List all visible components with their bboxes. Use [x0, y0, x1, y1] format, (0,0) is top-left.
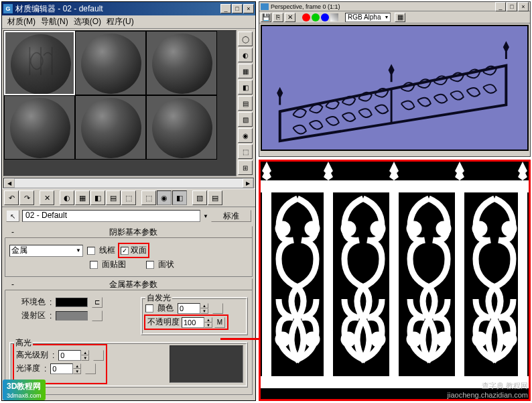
make-unique-icon[interactable]: ▤: [106, 190, 121, 205]
spinner-down[interactable]: ▼: [81, 355, 89, 361]
sample-slot-6[interactable]: [146, 95, 217, 160]
put-library-icon[interactable]: ⬚: [121, 190, 136, 205]
show-end-icon[interactable]: ◧: [172, 190, 187, 205]
spec-level-map-button[interactable]: [93, 350, 104, 361]
opacity-map-button[interactable]: M: [214, 317, 225, 328]
alpha-channel-icon[interactable]: [330, 13, 338, 21]
selfillum-map-button[interactable]: [212, 303, 223, 314]
diffuse-swatch[interactable]: [56, 311, 88, 321]
red-channel-icon[interactable]: [302, 13, 310, 21]
diffuse-map-button[interactable]: [92, 310, 103, 321]
glossiness-input[interactable]: [50, 363, 73, 374]
material-id-icon[interactable]: ⬚: [141, 190, 156, 205]
reset-icon[interactable]: ▦: [75, 190, 90, 205]
get-material-icon[interactable]: ↶: [4, 190, 19, 205]
sample-slot-4[interactable]: [4, 95, 75, 160]
close-button[interactable]: ×: [243, 4, 254, 13]
fence-render: [262, 26, 527, 150]
viewport-titlebar[interactable]: Perspective, frame 0 (1:1) _ □ ×: [259, 2, 530, 11]
render-viewport[interactable]: [261, 25, 529, 151]
sample-slot-3[interactable]: [146, 31, 217, 95]
selfillum-value-input[interactable]: [178, 303, 200, 314]
metal-rollout-header[interactable]: - 金属基本参数: [5, 278, 253, 290]
vp-minimize-button[interactable]: _: [495, 2, 506, 11]
rollout-title: 阴影基本参数: [17, 227, 249, 238]
backlight-icon[interactable]: ◐: [238, 48, 253, 62]
sample-slot-5[interactable]: [75, 95, 146, 160]
show-map-icon[interactable]: ◉: [157, 190, 172, 205]
maximize-button[interactable]: □: [232, 4, 243, 13]
sample-slot-2[interactable]: [75, 31, 146, 95]
material-type-button[interactable]: 标准: [211, 210, 251, 222]
color-checkbox[interactable]: [145, 304, 153, 312]
save-icon[interactable]: 💾: [261, 13, 271, 22]
assign-icon[interactable]: ◐: [60, 190, 74, 205]
opacity-value-input[interactable]: [182, 317, 204, 328]
green-channel-icon[interactable]: [312, 13, 320, 21]
options-icon[interactable]: ◉: [238, 128, 253, 143]
video-check-icon[interactable]: ▤: [238, 96, 253, 111]
vp-close-button[interactable]: ×: [518, 2, 529, 11]
make-preview-icon[interactable]: ▧: [238, 112, 253, 127]
sample-slot-1[interactable]: [4, 31, 75, 95]
spinner-up[interactable]: ▲: [204, 317, 212, 323]
minimize-button[interactable]: _: [220, 4, 231, 13]
put-to-scene-icon[interactable]: ↷: [19, 190, 34, 205]
color-label: 颜色: [157, 302, 174, 314]
scroll-left-button[interactable]: ◀: [4, 178, 15, 188]
facemap-checkbox[interactable]: [90, 261, 98, 269]
clone-icon[interactable]: ⎘: [273, 13, 283, 22]
diffuse-label: 漫射区: [21, 310, 46, 321]
channel-icon[interactable]: ▦: [395, 13, 405, 22]
vp-maximize-button[interactable]: □: [507, 2, 517, 11]
menu-material[interactable]: 材质(M): [5, 15, 38, 29]
sample-h-scrollbar[interactable]: ◀ ▶: [3, 178, 254, 188]
side-toolbar: ◯ ◐ ▦ ◧ ▤ ▧ ◉ ⬚ ⊞: [237, 30, 254, 176]
glossiness-map-button[interactable]: [85, 363, 96, 374]
spinner-up[interactable]: ▲: [200, 303, 208, 308]
glossiness-label: 光泽度: [16, 363, 40, 374]
svg-rect-7: [324, 180, 333, 388]
two-sided-checkbox[interactable]: [121, 247, 129, 255]
pick-material-button[interactable]: ↖: [6, 210, 19, 222]
clear-icon[interactable]: ✕: [285, 13, 295, 22]
sample-type-icon[interactable]: ◯: [238, 32, 253, 46]
titlebar[interactable]: G 材质编辑器 - 02 - default _ □ ×: [2, 2, 255, 15]
viewport-icon: [261, 3, 269, 10]
sample-grid: [3, 30, 237, 176]
menu-options[interactable]: 选项(O): [71, 15, 104, 29]
spinner-down[interactable]: ▼: [200, 308, 208, 314]
app-icon: G: [3, 4, 13, 13]
shader-rollout-header[interactable]: - 阴影基本参数: [5, 226, 253, 238]
wire-checkbox[interactable]: [87, 247, 95, 255]
delete-icon[interactable]: ✕: [40, 190, 54, 205]
spinner-up[interactable]: ▲: [81, 350, 89, 355]
display-mode-dropdown[interactable]: RGB Alpha: [345, 13, 391, 22]
spinner-up[interactable]: ▲: [73, 363, 81, 369]
ambient-lock-icon[interactable]: ⊏: [92, 297, 103, 308]
spinner-down[interactable]: ▼: [204, 323, 212, 328]
mat-map-nav-icon[interactable]: ⊞: [238, 160, 253, 175]
spec-level-input[interactable]: [58, 350, 81, 361]
select-by-mat-icon[interactable]: ⬚: [238, 144, 253, 159]
sample-uv-icon[interactable]: ◧: [238, 80, 253, 95]
material-toolbar: ↶ ↷ ✕ ◐ ▦ ◧ ▤ ⬚ ⬚ ◉ ◧ ▧ ▤: [2, 188, 255, 207]
specular-highlight: 高光级别: ▲▼ 光泽度: ▲▼: [13, 344, 107, 384]
ambient-swatch[interactable]: [56, 298, 88, 307]
go-forward-icon[interactable]: ▤: [208, 190, 222, 205]
shader-basic-rollout: - 阴影基本参数 金属▼ 线框 双面 面贴图 面状: [5, 226, 253, 277]
material-name-field[interactable]: 02 - Default: [22, 210, 200, 222]
scroll-right-button[interactable]: ▶: [243, 178, 253, 188]
specular-preview: [170, 345, 243, 383]
make-copy-icon[interactable]: ◧: [90, 190, 105, 205]
background-icon[interactable]: ▦: [238, 64, 253, 78]
ambient-label: 环境色: [21, 296, 46, 308]
menu-navigate[interactable]: 导航(N): [38, 15, 71, 29]
menu-utilities[interactable]: 程序(U): [104, 15, 137, 29]
go-parent-icon[interactable]: ▧: [192, 190, 207, 205]
blue-channel-icon[interactable]: [321, 13, 329, 21]
spinner-down[interactable]: ▼: [73, 369, 81, 374]
faceted-checkbox[interactable]: [146, 261, 154, 269]
shader-dropdown[interactable]: 金属▼: [9, 245, 83, 257]
material-name-row: ↖ 02 - Default ▼ 标准: [2, 207, 255, 225]
